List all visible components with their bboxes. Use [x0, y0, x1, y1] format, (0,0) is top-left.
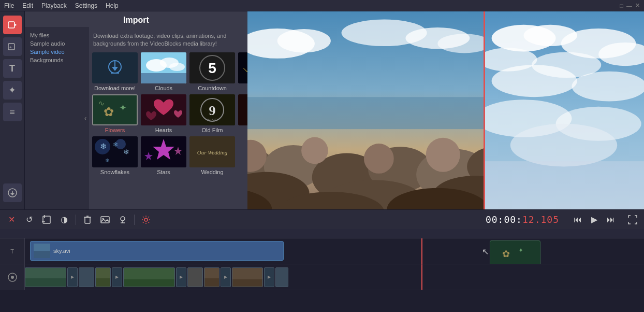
svg-rect-15: [141, 73, 186, 83]
import-title: Import: [25, 11, 247, 27]
media-thumb-oldfilm: 9 NINE: [189, 94, 235, 125]
video-tool-btn[interactable]: [3, 16, 22, 34]
media-thumb-wedding: Our Wedding: [189, 136, 235, 167]
broll-clip-2[interactable]: [79, 267, 94, 287]
media-label-clouds: Clouds: [155, 85, 172, 91]
broll-clip-3[interactable]: [95, 267, 111, 287]
sidebar-myfiles[interactable]: My files: [28, 31, 79, 39]
media-label-countdown: Countdown: [198, 85, 227, 91]
svg-text:❄: ❄: [105, 158, 109, 163]
broll-btn-4[interactable]: ▶: [221, 267, 231, 287]
broll-btn-5[interactable]: ▶: [264, 267, 274, 287]
menu-playback[interactable]: Playback: [41, 2, 67, 9]
svg-text:✿: ✿: [104, 105, 114, 119]
broll-clip-7[interactable]: [232, 267, 263, 287]
flowers-timeline-clip[interactable]: ✿ ✦ Flowers: [490, 240, 540, 264]
media-item-snowflakes[interactable]: ❄ ❄ ❄ ❄ Snowflakes: [92, 136, 138, 175]
media-thumb-clouds: [141, 52, 186, 83]
import-panel: Import My files Sample audio Sample vide…: [25, 11, 247, 209]
svg-text:❄: ❄: [123, 148, 129, 156]
broll-clip-4[interactable]: [123, 267, 175, 287]
media-label-oldfilm: Old Film: [202, 127, 223, 133]
undo-btn[interactable]: ↺: [22, 212, 36, 227]
menu-help[interactable]: Help: [106, 2, 119, 9]
delete-btn[interactable]: [80, 212, 95, 227]
media-thumb-snowflakes: ❄ ❄ ❄ ❄: [92, 136, 138, 167]
timeline-ruler[interactable]: 00:00:00 00:00:01 00:00:02 00:00:03 00:0…: [0, 229, 644, 238]
media-thumb-countdown: 5: [189, 52, 235, 83]
media-item-clouds[interactable]: Clouds: [141, 52, 186, 91]
image-btn[interactable]: [98, 212, 112, 227]
media-grid: Download more!: [89, 52, 244, 178]
export-tool-btn[interactable]: [3, 183, 22, 202]
import-description: Download extra footage, video clips, ani…: [89, 30, 244, 52]
next-btn[interactable]: ⏭: [604, 212, 618, 227]
menu-edit[interactable]: Edit: [22, 2, 33, 9]
media-item-countdown[interactable]: 5 Countdown: [189, 52, 235, 91]
svg-rect-120: [96, 278, 111, 287]
svg-marker-1: [14, 23, 17, 26]
svg-rect-123: [188, 268, 203, 287]
media-item-oldfilm[interactable]: 9 NINE Old Film: [189, 94, 235, 133]
media-label-stars: Stars: [157, 169, 170, 175]
time-base: 00:00:: [486, 214, 522, 225]
brightness-btn[interactable]: ◑: [57, 212, 71, 227]
svg-marker-8: [112, 67, 118, 71]
broll-clip-6[interactable]: [204, 267, 219, 287]
broll-clip-8[interactable]: [275, 267, 288, 287]
media-item-download[interactable]: Download more!: [92, 52, 138, 91]
media-thumb-flowers: ✿ ✦ ∿: [92, 94, 138, 125]
broll-track-row: ▶ ▶ ▶: [0, 264, 644, 290]
sidebar-samplevideo[interactable]: Sample video: [28, 48, 79, 56]
fullscreen-btn[interactable]: [625, 212, 640, 227]
sidebar-backgrounds[interactable]: Backgrounds: [28, 56, 79, 64]
media-item-presents[interactable]: Presents: [238, 94, 247, 133]
menu-settings[interactable]: Settings: [75, 2, 97, 9]
clip-thumb-sky: [34, 244, 50, 258]
preview-area: [247, 11, 644, 209]
audio-btn[interactable]: [115, 212, 130, 227]
svg-rect-66: [247, 97, 484, 129]
svg-point-108: [144, 218, 148, 221]
preview-right: [484, 11, 644, 209]
clip-label-sky: sky.avi: [53, 248, 70, 254]
svg-rect-111: [493, 241, 537, 264]
broll-clip-1[interactable]: [25, 267, 66, 287]
media-item-wedding[interactable]: Our Wedding Wedding: [189, 136, 235, 175]
media-item-stars[interactable]: Stars: [141, 136, 186, 175]
svg-rect-125: [204, 278, 219, 287]
color-tool-btn[interactable]: ✦: [3, 81, 22, 100]
svg-point-80: [301, 137, 328, 164]
text-tool-btn[interactable]: T: [3, 59, 22, 78]
import-sidebar: My files Sample audio Sample video Backg…: [25, 27, 82, 209]
sidebar-sampleaudio[interactable]: Sample audio: [28, 39, 79, 48]
preview-left: [247, 11, 484, 209]
broll-btn-3[interactable]: ▶: [176, 267, 186, 287]
broll-btn-2[interactable]: ▶: [112, 267, 122, 287]
import-tool-btn[interactable]: +: [3, 37, 22, 56]
menu-file[interactable]: File: [4, 2, 14, 9]
settings-gear-btn[interactable]: [139, 212, 153, 227]
svg-text:❄: ❄: [100, 142, 107, 151]
media-label-snowflakes: Snowflakes: [100, 169, 129, 175]
close-btn[interactable]: ✕: [4, 212, 19, 227]
play-btn[interactable]: ▶: [587, 212, 602, 227]
svg-point-92: [572, 72, 644, 102]
timeline: 00:00:00 00:00:01 00:00:02 00:00:03 00:0…: [0, 229, 644, 312]
timeline-tracks: T sky.avi ✿: [0, 238, 644, 312]
prev-btn[interactable]: ⏮: [570, 212, 585, 227]
media-item-fireworks[interactable]: Fireworks: [238, 52, 247, 91]
svg-point-91: [492, 65, 577, 97]
media-item-flowers[interactable]: ✿ ✦ ∿ Flowers: [92, 94, 138, 133]
collapse-panel-btn[interactable]: ‹: [82, 27, 89, 209]
media-label-wedding: Wedding: [201, 169, 223, 175]
svg-marker-6: [10, 193, 14, 195]
broll-btn-1[interactable]: ▶: [67, 267, 78, 287]
video-clip-sky[interactable]: sky.avi: [30, 241, 284, 261]
media-label-flowers: Flowers: [105, 127, 125, 133]
broll-clip-5[interactable]: [187, 267, 203, 287]
media-item-hearts[interactable]: Hearts: [141, 94, 186, 133]
crop-btn[interactable]: [39, 212, 54, 227]
equalizer-tool-btn[interactable]: ≡: [3, 103, 22, 121]
media-thumb-stars: [141, 136, 186, 167]
